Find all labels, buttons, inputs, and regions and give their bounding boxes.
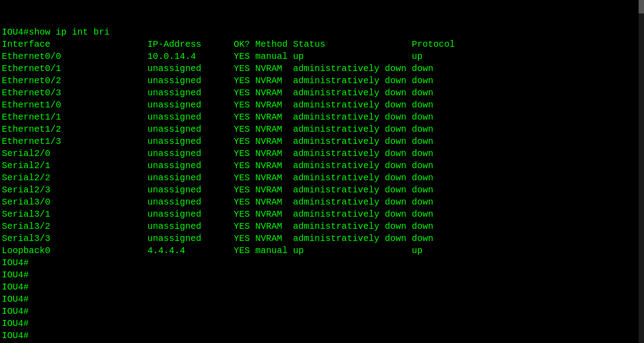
terminal-line: Ethernet0/1 unassigned YES NVRAM adminis… [2,62,642,75]
terminal-line: Serial2/1 unassigned YES NVRAM administr… [2,160,642,172]
terminal-line: Serial2/3 unassigned YES NVRAM administr… [2,184,642,196]
terminal-line: Serial3/0 unassigned YES NVRAM administr… [2,196,642,208]
terminal-line: Serial3/1 unassigned YES NVRAM administr… [2,208,642,220]
terminal-line: Interface IP-Address OK? Method Status P… [2,38,642,50]
terminal-line: Serial3/3 unassigned YES NVRAM administr… [2,232,642,245]
terminal-line: Ethernet0/3 unassigned YES NVRAM adminis… [2,87,642,99]
terminal-line: IOU4# [2,281,642,293]
terminal-line: Loopback0 4.4.4.4 YES manual up up [2,245,642,257]
terminal-line: IOU4# [2,305,642,317]
terminal-line: Serial2/0 unassigned YES NVRAM administr… [2,147,642,160]
terminal-window[interactable]: IOU4#show ip int briInterface IP-Address… [0,0,644,343]
terminal-line: Serial3/2 unassigned YES NVRAM administr… [2,220,642,232]
terminal-line: IOU4# [2,257,642,269]
terminal-line: Serial2/2 unassigned YES NVRAM administr… [2,172,642,184]
scrollbar[interactable] [639,0,644,343]
terminal-line: IOU4# [2,317,642,330]
terminal-line: IOU4# [2,293,642,305]
terminal-line: IOU4# [2,269,642,281]
terminal-content: IOU4#show ip int briInterface IP-Address… [2,26,642,343]
terminal-line: IOU4#show ip int bri [2,26,642,38]
terminal-line: Ethernet0/0 10.0.14.4 YES manual up up [2,50,642,62]
terminal-line: Ethernet1/2 unassigned YES NVRAM adminis… [2,123,642,135]
terminal-line: Ethernet1/0 unassigned YES NVRAM adminis… [2,99,642,111]
terminal-line: Ethernet1/3 unassigned YES NVRAM adminis… [2,135,642,147]
scrollbar-thumb[interactable] [639,0,644,13]
terminal-line: Ethernet0/2 unassigned YES NVRAM adminis… [2,75,642,87]
terminal-line: Ethernet1/1 unassigned YES NVRAM adminis… [2,111,642,123]
terminal-line: IOU4# [2,330,642,342]
